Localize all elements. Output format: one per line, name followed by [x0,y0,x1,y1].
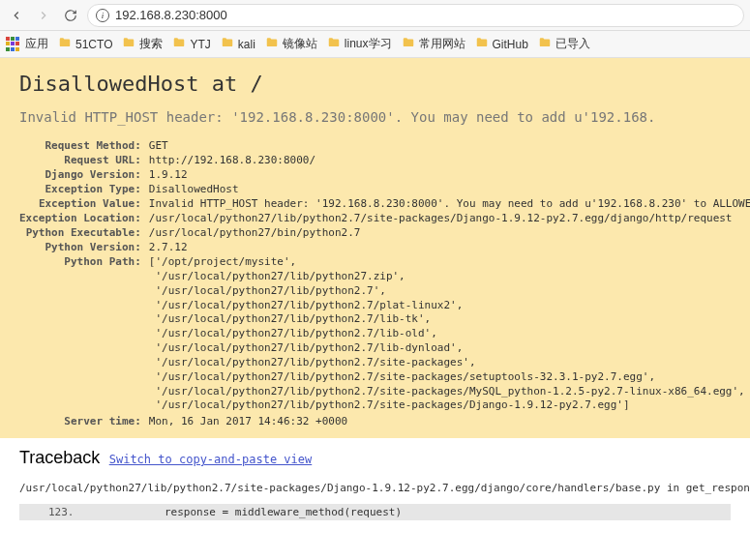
meta-label: Exception Value: [19,196,149,211]
meta-label: Request Method: [19,138,149,153]
table-row: Python Version:2.7.12 [19,240,750,254]
table-row: Exception Value:Invalid HTTP_HOST header… [19,196,750,211]
folder-icon [58,36,72,52]
meta-label: Exception Type: [19,182,149,196]
bookmark-label: 常用网站 [419,36,465,52]
table-row: Exception Location:/usr/local/python27/l… [19,211,750,225]
meta-value: http://192.168.8.230:8000/ [149,153,750,167]
table-row: Python Executable:/usr/local/python27/bi… [19,225,750,240]
meta-value: /usr/local/python27/bin/python2.7 [149,225,750,240]
table-row: Django Version:1.9.12 [19,167,750,182]
bookmark-label: 镜像站 [283,36,317,52]
bookmark-label: GitHub [493,38,528,51]
meta-value: ['/opt/project/mysite', '/usr/local/pyth… [149,254,750,414]
meta-value: DisallowedHost [149,182,750,196]
meta-label: Python Executable: [19,225,149,240]
reload-button[interactable] [60,5,81,26]
meta-value: Invalid HTTP_HOST header: '192.168.8.230… [149,196,750,211]
bookmark-github[interactable]: GitHub [475,36,528,52]
folder-icon [265,36,279,52]
meta-label: Exception Location: [19,211,149,225]
bookmark-kali[interactable]: kali [221,36,255,52]
meta-label: Request URL: [19,153,149,167]
forward-button[interactable] [33,5,54,26]
error-subtitle: Invalid HTTP_HOST header: '192.168.8.230… [19,109,738,125]
table-row: Python Path:['/opt/project/mysite', '/us… [19,254,750,414]
browser-toolbar: i 192.168.8.230:8000 [0,0,750,31]
table-row: Request Method:GET [19,138,750,153]
bookmarks-bar: 应用 51CTO 搜索 YTJ kali 镜像站 linux学习 常用网站 Gi… [0,31,750,58]
meta-value: /usr/local/python27/lib/python2.7/site-p… [149,211,750,225]
traceback-code-line[interactable]: 123. response = middleware_method(reques… [19,504,731,520]
django-error-summary: DisallowedHost at / Invalid HTTP_HOST he… [0,58,750,438]
meta-label: Django Version: [19,167,149,182]
traceback-code: response = middleware_method(request) [87,506,402,518]
bookmark-label: 51CTO [75,38,112,51]
meta-value: GET [149,138,750,153]
meta-label: Python Version: [19,240,149,254]
folder-icon [538,36,552,52]
bookmark-label: 搜索 [139,36,163,52]
folder-icon [122,36,135,52]
folder-icon [402,36,415,52]
error-heading: DisallowedHost at / [19,72,738,96]
folder-icon [327,36,341,52]
address-bar[interactable]: i 192.168.8.230:8000 [87,4,744,27]
meta-label: Server time: [19,414,149,428]
folder-icon [475,36,489,52]
url-text: 192.168.8.230:8000 [115,8,227,22]
bookmark-51cto[interactable]: 51CTO [58,36,112,52]
bookmark-common[interactable]: 常用网站 [402,36,465,52]
traceback-heading: Traceback [19,448,100,467]
bookmark-imported[interactable]: 已导入 [538,36,590,52]
folder-icon [172,36,186,52]
meta-label: Python Path: [19,254,149,414]
bookmark-label: YTJ [190,38,210,51]
table-row: Request URL:http://192.168.8.230:8000/ [19,153,750,167]
bookmark-linux[interactable]: linux学习 [327,36,392,52]
site-info-icon[interactable]: i [96,9,109,22]
bookmark-label: 已导入 [555,36,590,52]
table-row: Server time:Mon, 16 Jan 2017 14:46:32 +0… [19,414,750,428]
folder-icon [221,36,234,52]
bookmark-mirror[interactable]: 镜像站 [265,36,317,52]
bookmark-search[interactable]: 搜索 [122,36,163,52]
back-button[interactable] [6,5,27,26]
request-meta-table: Request Method:GET Request URL:http://19… [19,138,750,428]
traceback-section: Traceback Switch to copy-and-paste view … [0,438,750,530]
bookmark-label: linux学习 [345,36,392,52]
meta-value: 1.9.12 [149,167,750,182]
apps-label: 应用 [25,36,48,52]
traceback-lineno: 123. [19,506,87,518]
table-row: Exception Type:DisallowedHost [19,182,750,196]
bookmark-ytj[interactable]: YTJ [172,36,210,52]
apps-button[interactable]: 应用 [6,36,48,52]
meta-value: Mon, 16 Jan 2017 14:46:32 +0000 [149,414,750,428]
meta-value: 2.7.12 [149,240,750,254]
apps-grid-icon [6,37,21,52]
traceback-switch-link[interactable]: Switch to copy-and-paste view [109,453,313,466]
bookmark-label: kali [238,38,255,51]
traceback-file-line: /usr/local/python27/lib/python2.7/site-p… [19,482,731,494]
